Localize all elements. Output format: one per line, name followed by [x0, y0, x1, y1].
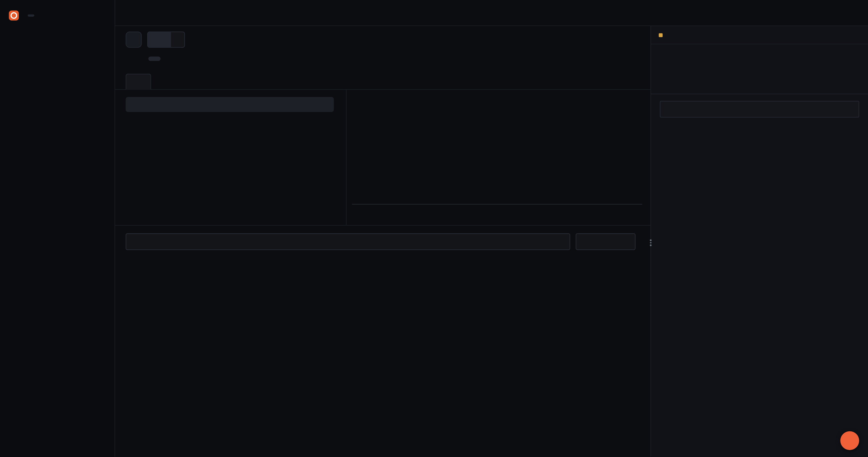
version-badge [28, 15, 34, 17]
span-details-header [651, 26, 868, 45]
time-axis [352, 204, 642, 217]
tab-flamegraph[interactable] [126, 74, 151, 90]
flamegraph-panel [115, 90, 651, 226]
brand [0, 9, 115, 22]
trace-id-chip[interactable] [147, 32, 185, 48]
panel-resize-handle[interactable] [649, 239, 653, 246]
flamegraph-tab-bar [115, 74, 651, 90]
back-button[interactable] [126, 32, 142, 48]
sidebar [0, 0, 115, 457]
flamegraph-chart [346, 90, 650, 225]
signoz-logo [9, 10, 19, 21]
app-root [0, 0, 868, 457]
trace-id-value [171, 32, 184, 47]
details-tab-bar [651, 77, 868, 94]
span-stats [625, 32, 641, 33]
content-area [115, 0, 868, 457]
root-endpoint-pill [148, 56, 161, 61]
more-section-header[interactable] [0, 56, 115, 72]
chat-fab-button[interactable] [840, 431, 859, 450]
shortcuts-section-header [0, 33, 115, 50]
search-filter-input[interactable] [126, 233, 570, 250]
exec-time-panel [115, 90, 347, 225]
header-tab-bar [115, 0, 868, 26]
trace-meta-row [126, 52, 641, 66]
trace-main-area [115, 26, 651, 457]
attribute-search-input[interactable] [660, 101, 859, 118]
filter-row [126, 233, 636, 250]
trace-header [115, 26, 651, 66]
sidebar-nav-footer [0, 453, 115, 457]
bullet-icon [659, 33, 662, 37]
exec-time-header [126, 97, 334, 112]
span-details-panel [651, 26, 868, 457]
span-scope-select[interactable] [576, 233, 636, 250]
